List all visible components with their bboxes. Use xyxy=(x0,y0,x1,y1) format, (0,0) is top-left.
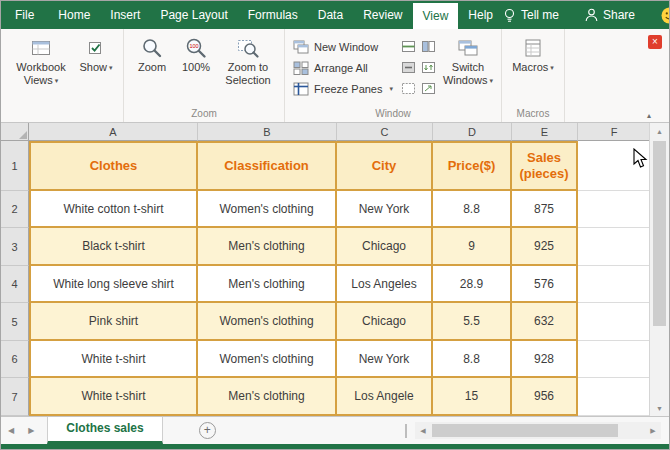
synchronous-scrolling-button[interactable] xyxy=(422,62,435,73)
sheet-nav-left-icon[interactable]: ◀ xyxy=(1,426,21,435)
new-sheet-button[interactable]: + xyxy=(199,422,216,439)
close-button[interactable]: × xyxy=(648,35,662,49)
select-all-button[interactable] xyxy=(1,123,29,141)
reset-window-position-button[interactable] xyxy=(422,83,435,94)
cell-a2[interactable]: White cotton t-shirt xyxy=(29,191,198,228)
zoom-to-selection-button[interactable]: Zoom to Selection xyxy=(217,32,279,88)
column-header-c[interactable]: C xyxy=(337,123,433,141)
menu-tab-file[interactable]: File xyxy=(1,1,48,29)
show-button[interactable]: Show▾ xyxy=(74,32,118,75)
cell-a1[interactable]: Clothes xyxy=(29,141,198,191)
scroll-right-icon[interactable]: ▶ xyxy=(645,427,661,435)
workbook-views-button[interactable]: Workbook Views▾ xyxy=(8,32,74,88)
view-side-by-side-button[interactable] xyxy=(422,41,435,52)
cell-c4[interactable]: Los Angeles xyxy=(337,266,433,303)
row-header-6[interactable]: 6 xyxy=(1,341,29,378)
cell-e5[interactable]: 632 xyxy=(512,303,578,341)
cell-d7[interactable]: 15 xyxy=(433,378,512,416)
cell-d2[interactable]: 8.8 xyxy=(433,191,512,228)
menu-tab-home[interactable]: Home xyxy=(48,1,100,29)
cell-b7[interactable]: Men's clothing xyxy=(198,378,337,416)
column-header-b[interactable]: B xyxy=(198,123,337,141)
zoom-button[interactable]: Zoom xyxy=(129,32,175,75)
share-button[interactable]: Share xyxy=(585,8,635,22)
switch-windows-button[interactable]: Switch Windows▾ xyxy=(440,32,496,88)
row-header-2[interactable]: 2 xyxy=(1,191,29,228)
tab-scroll-split-handle[interactable] xyxy=(405,424,409,438)
horizontal-scrollbar-thumb[interactable] xyxy=(432,424,618,437)
menu-tab-help[interactable]: Help xyxy=(458,1,503,29)
cell-b2[interactable]: Women's clothing xyxy=(198,191,337,228)
cell-e7[interactable]: 956 xyxy=(512,378,578,416)
cell-f5[interactable] xyxy=(578,303,651,341)
cell-c1[interactable]: City xyxy=(337,141,433,191)
horizontal-scrollbar[interactable]: ◀ ▶ xyxy=(415,422,661,439)
cell-d5[interactable]: 5.5 xyxy=(433,303,512,341)
cell-b4[interactable]: Men's clothing xyxy=(198,266,337,303)
menu-tab-insert[interactable]: Insert xyxy=(100,1,150,29)
sheet-nav-right-icon[interactable]: ▶ xyxy=(21,426,41,435)
cell-c5[interactable]: Chicago xyxy=(337,303,433,341)
hide-button[interactable] xyxy=(402,62,415,73)
cell-b1[interactable]: Classification xyxy=(198,141,337,191)
split-button[interactable] xyxy=(402,41,415,52)
cell-b5[interactable]: Women's clothing xyxy=(198,303,337,341)
cell-d6[interactable]: 8.8 xyxy=(433,341,512,378)
menu-tab-view[interactable]: View xyxy=(413,3,459,29)
cell-e1[interactable]: Sales (pieces) xyxy=(512,141,578,191)
cell-f7[interactable] xyxy=(578,378,651,416)
cell-f1[interactable] xyxy=(578,141,651,191)
menu-tab-data[interactable]: Data xyxy=(308,1,353,29)
arrange-all-button[interactable]: Arrange All xyxy=(290,57,396,78)
zoom-100-button[interactable]: 100 100% xyxy=(175,32,217,75)
cell-e4[interactable]: 576 xyxy=(512,266,578,303)
cell-f2[interactable] xyxy=(578,191,651,228)
macros-button[interactable]: Macros▾ xyxy=(507,32,559,75)
row-header-1[interactable]: 1 xyxy=(1,141,29,191)
cell-e3[interactable]: 925 xyxy=(512,228,578,266)
cell-c7[interactable]: Los Angele xyxy=(337,378,433,416)
scroll-down-icon[interactable]: ▼ xyxy=(650,400,669,416)
sheet-tab-bar: ◀ ▶ Clothes sales + ◀ ▶ xyxy=(1,416,670,444)
column-header-f[interactable]: F xyxy=(578,123,651,141)
row-header-7[interactable]: 7 xyxy=(1,378,29,416)
zoom-to-selection-label: Zoom to Selection xyxy=(219,61,277,87)
sheet-tab-clothes-sales[interactable]: Clothes sales xyxy=(47,417,162,444)
cell-c6[interactable]: New York xyxy=(337,341,433,378)
cell-e2[interactable]: 875 xyxy=(512,191,578,228)
column-header-a[interactable]: A xyxy=(29,123,198,141)
cell-b6[interactable]: Women's clothing xyxy=(198,341,337,378)
menu-tab-page-layout[interactable]: Page Layout xyxy=(150,1,237,29)
cell-a7[interactable]: White t-shirt xyxy=(29,378,198,416)
cell-d3[interactable]: 9 xyxy=(433,228,512,266)
new-window-button[interactable]: New Window xyxy=(290,36,396,57)
cell-a5[interactable]: Pink shirt xyxy=(29,303,198,341)
cell-d1[interactable]: Price($) xyxy=(433,141,512,191)
cell-e6[interactable]: 928 xyxy=(512,341,578,378)
cell-f6[interactable] xyxy=(578,341,651,378)
cell-a6[interactable]: White t-shirt xyxy=(29,341,198,378)
vertical-scrollbar-thumb[interactable] xyxy=(653,141,666,326)
cell-c3[interactable]: Chicago xyxy=(337,228,433,266)
menu-tab-review[interactable]: Review xyxy=(353,1,412,29)
row-header-4[interactable]: 4 xyxy=(1,266,29,303)
freeze-panes-button[interactable]: Freeze Panes ▾ xyxy=(290,78,396,99)
cell-a4[interactable]: White long sleeve shirt xyxy=(29,266,198,303)
collapse-ribbon-icon[interactable]: ▴ xyxy=(647,111,651,120)
unhide-button[interactable] xyxy=(402,83,415,94)
menu-tab-formulas[interactable]: Formulas xyxy=(238,1,308,29)
row-header-3[interactable]: 3 xyxy=(1,228,29,266)
cell-f3[interactable] xyxy=(578,228,651,266)
scroll-left-icon[interactable]: ◀ xyxy=(415,427,431,435)
cell-b3[interactable]: Men's clothing xyxy=(198,228,337,266)
cell-a3[interactable]: Black t-shirt xyxy=(29,228,198,266)
cell-d4[interactable]: 28.9 xyxy=(433,266,512,303)
column-header-d[interactable]: D xyxy=(433,123,512,141)
vertical-scrollbar[interactable]: ▲ ▼ xyxy=(649,123,669,416)
column-header-e[interactable]: E xyxy=(512,123,578,141)
tell-me-button[interactable]: Tell me xyxy=(503,8,559,23)
cell-c2[interactable]: New York xyxy=(337,191,433,228)
scroll-up-icon[interactable]: ▲ xyxy=(650,123,669,139)
row-header-5[interactable]: 5 xyxy=(1,303,29,341)
cell-f4[interactable] xyxy=(578,266,651,303)
